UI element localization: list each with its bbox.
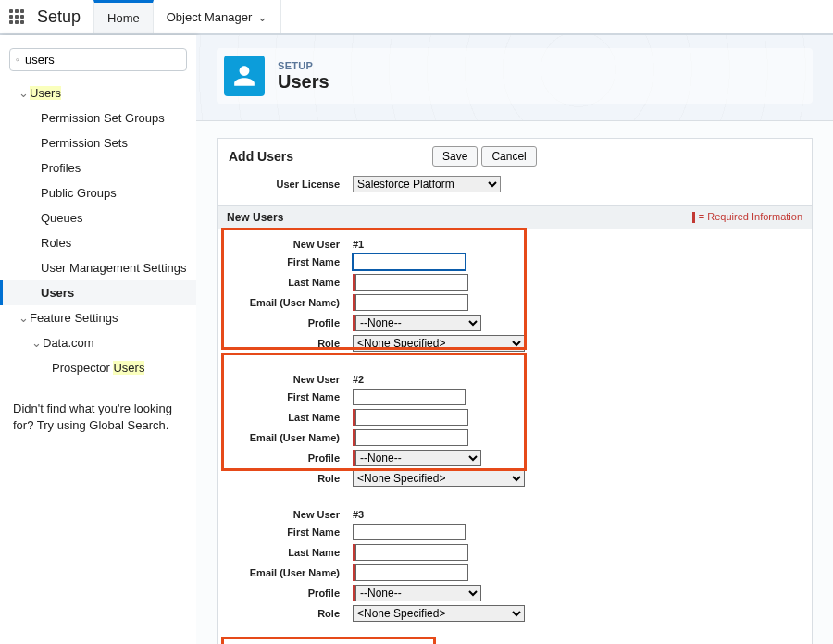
panel-title: Add Users [229, 149, 293, 164]
email-label: Email (User Name) [229, 432, 340, 443]
profile-label: Profile [229, 317, 340, 328]
new-user-num: #1 [353, 239, 364, 250]
new-user-block: New User#3First NameLast NameEmail (User… [218, 500, 812, 635]
role-label: Role [229, 608, 340, 619]
chevron-down-icon: ⌄ [257, 10, 267, 24]
new-user-block: New User#2First NameLast NameEmail (User… [218, 365, 812, 500]
sidebar-item-permission-set-groups[interactable]: Permission Set Groups [0, 105, 196, 130]
save-button-top[interactable]: Save [432, 146, 478, 167]
sidebar-item-label: Permission Set Groups [41, 111, 165, 125]
sidebar-item-datacom[interactable]: ⌄Data.com [0, 330, 196, 355]
profile-label: Profile [229, 452, 340, 464]
sidebar-item-label: Permission Sets [41, 136, 128, 150]
quick-find-box[interactable] [9, 48, 187, 71]
profile-label: Profile [229, 588, 340, 599]
sidebar-item-label: Public Groups [41, 186, 117, 200]
sidebar-item-public-groups[interactable]: Public Groups [0, 180, 196, 205]
sidebar-item-label: Queues [41, 211, 83, 225]
email-input[interactable] [355, 429, 468, 446]
sidebar-item-label: Profiles [41, 161, 81, 175]
sidebar-item-permission-sets[interactable]: Permission Sets [0, 130, 196, 155]
email-label: Email (User Name) [229, 567, 340, 578]
tab-home-label: Home [107, 11, 140, 25]
role-label: Role [229, 473, 340, 484]
first-name-label: First Name [229, 526, 340, 538]
email-input[interactable] [355, 564, 468, 581]
sidebar-item-queues[interactable]: Queues [0, 205, 196, 230]
first-name-input[interactable] [353, 389, 466, 405]
role-select[interactable]: <None Specified> [353, 605, 525, 622]
last-name-input[interactable] [355, 544, 468, 561]
page-header-kicker: SETUP [278, 60, 329, 71]
app-name: Setup [33, 7, 93, 27]
first-name-input[interactable] [353, 524, 466, 540]
search-icon [16, 54, 19, 67]
sidebar-item-roles[interactable]: Roles [0, 230, 196, 255]
svg-point-0 [17, 58, 19, 60]
first-name-input[interactable] [353, 254, 466, 270]
sidebar-item-prospector-users[interactable]: Prospector Users [0, 355, 196, 380]
sidebar-item-label: Prospector [52, 361, 113, 375]
new-user-block: New User#1First NameLast NameEmail (User… [218, 229, 812, 365]
sidebar-item-label: Roles [41, 236, 71, 250]
svg-line-1 [19, 60, 19, 61]
last-name-label: Last Name [229, 277, 340, 288]
required-legend: = Required Information [692, 211, 802, 224]
last-name-input[interactable] [355, 409, 468, 426]
page-title: Users [278, 71, 329, 93]
profile-select[interactable]: --None-- [355, 585, 481, 601]
sidebar-item-label: User Management Settings [41, 261, 187, 275]
last-name-label: Last Name [229, 547, 340, 558]
tab-object-manager-label: Object Manager [167, 10, 253, 24]
global-header: Setup Home Object Manager ⌄ [0, 0, 833, 35]
sidebar-item-users-root[interactable]: ⌄Users [0, 80, 196, 105]
role-label: Role [229, 338, 340, 349]
profile-select[interactable]: --None-- [355, 315, 481, 331]
page-header: SETUP Users [196, 35, 833, 121]
sidebar-item-label: Users [41, 286, 74, 300]
new-user-num: #2 [353, 374, 364, 385]
first-name-label: First Name [229, 391, 340, 402]
add-users-panel: Add Users Save Cancel User License Sales… [217, 138, 813, 644]
app-launcher-icon[interactable] [0, 9, 33, 24]
new-user-label: New User [229, 509, 340, 520]
new-user-label: New User [229, 374, 340, 385]
tab-object-manager[interactable]: Object Manager ⌄ [154, 0, 282, 33]
sidebar-item-label: Users [30, 86, 61, 100]
role-select[interactable]: <None Specified> [353, 470, 525, 487]
section-title: New Users [227, 211, 283, 224]
new-user-label: New User [229, 239, 340, 250]
sidebar-item-user-management-settings[interactable]: User Management Settings [0, 255, 196, 280]
user-icon [224, 56, 265, 96]
sidebar-item-profiles[interactable]: Profiles [0, 155, 196, 180]
tab-home[interactable]: Home [93, 0, 154, 33]
sidebar-item-label: Feature Settings [30, 311, 118, 325]
quick-find-input[interactable] [25, 53, 180, 67]
last-name-label: Last Name [229, 412, 340, 423]
sidebar-item-users[interactable]: Users [0, 280, 196, 305]
user-license-select[interactable]: Salesforce Platform [353, 176, 501, 192]
sidebar-item-highlight: Users [113, 361, 144, 375]
profile-select[interactable]: --None-- [355, 450, 481, 466]
sidebar-item-label: Data.com [43, 336, 94, 350]
email-label: Email (User Name) [229, 297, 340, 308]
cancel-button-top[interactable]: Cancel [481, 146, 536, 167]
user-license-label: User License [229, 179, 340, 190]
email-input[interactable] [355, 294, 468, 311]
sidebar-item-feature-settings[interactable]: ⌄Feature Settings [0, 305, 196, 330]
first-name-label: First Name [229, 256, 340, 267]
main-content: SETUP Users Add Users Save Cancel User L… [196, 35, 833, 644]
setup-sidebar: ⌄Users Permission Set Groups Permission … [0, 35, 196, 644]
new-user-num: #3 [353, 509, 364, 520]
last-name-input[interactable] [355, 274, 468, 291]
not-found-text: Didn't find what you're looking for? Try… [0, 380, 196, 443]
role-select[interactable]: <None Specified> [353, 335, 525, 352]
